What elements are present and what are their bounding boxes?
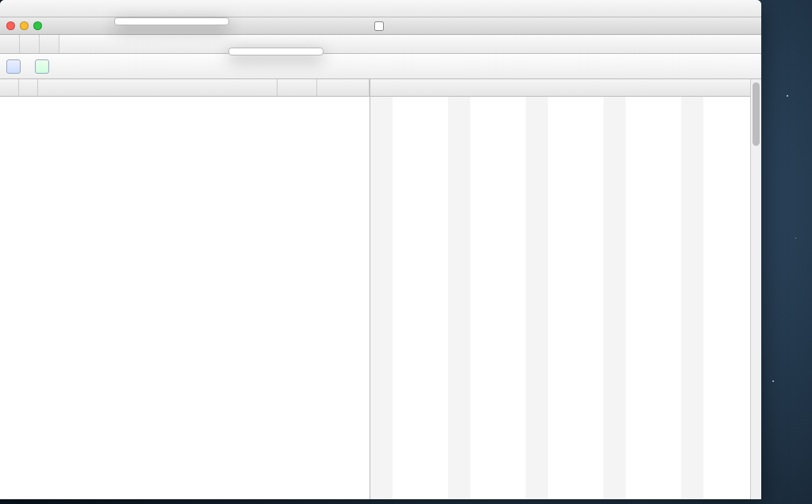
tab-resources[interactable] (40, 35, 59, 53)
document-icon (374, 21, 384, 31)
col-task-name[interactable] (38, 79, 278, 96)
main-split (0, 79, 761, 499)
close-window-button[interactable] (6, 21, 15, 30)
tab-gantt-chart[interactable] (0, 35, 20, 53)
gantt-pane (370, 79, 761, 499)
task-grid (0, 79, 370, 499)
minimize-window-button[interactable] (20, 21, 29, 30)
gantt-chart[interactable] (370, 97, 761, 499)
file-menu-dropdown (114, 17, 229, 25)
grid-header (0, 79, 370, 97)
vertical-scrollbar[interactable] (750, 79, 761, 499)
toolbar (0, 54, 761, 79)
timescale-icon (6, 59, 21, 74)
window-controls (6, 21, 42, 30)
zoom-window-button[interactable] (33, 21, 42, 30)
timescale-button[interactable] (6, 59, 24, 74)
scroll-thumb[interactable] (753, 82, 760, 146)
document-title (374, 21, 387, 31)
mac-menubar (0, 0, 761, 17)
open-from-cloud-submenu (228, 48, 324, 55)
col-start[interactable] (317, 79, 370, 96)
sort-icon (35, 59, 49, 74)
sort-button[interactable] (35, 59, 52, 74)
task-rows (0, 97, 370, 499)
col-index (0, 79, 19, 96)
view-tabs (0, 35, 761, 54)
col-indicator (19, 79, 38, 96)
tab-tasks[interactable] (20, 35, 40, 53)
app-window (0, 0, 761, 499)
col-duration[interactable] (278, 79, 317, 96)
timescale-header (370, 79, 761, 97)
